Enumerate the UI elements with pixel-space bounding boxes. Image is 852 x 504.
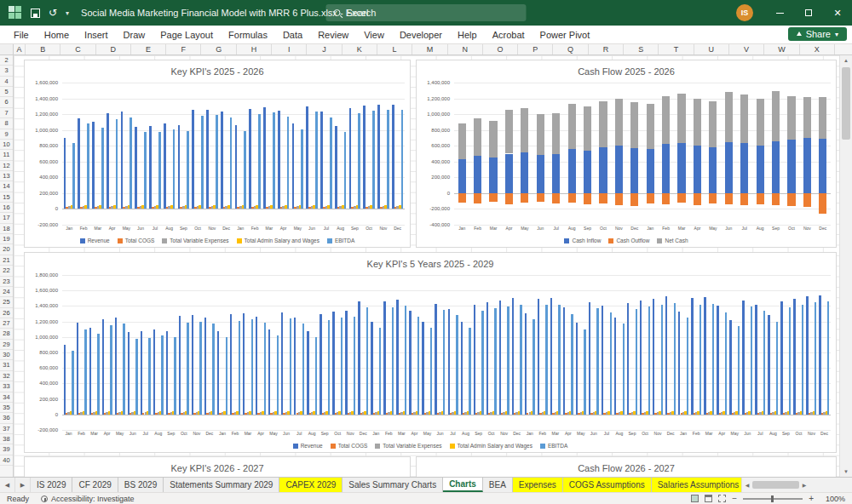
column-header-Q[interactable]: Q [553, 44, 588, 54]
chart-cash-flow-2025-2026[interactable]: Cash Flow 2025 - 20261,400,0001,200,0001… [416, 60, 837, 248]
ribbon-tab-help[interactable]: Help [451, 27, 484, 43]
row-header-32[interactable]: 32 [0, 371, 13, 381]
row-header-25[interactable]: 25 [0, 297, 13, 307]
row-header-9[interactable]: 9 [0, 129, 13, 140]
column-header-H[interactable]: H [237, 44, 272, 54]
normal-view-icon[interactable] [691, 495, 699, 502]
row-header-19[interactable]: 19 [0, 234, 13, 244]
row-header-11[interactable]: 11 [0, 150, 13, 160]
column-header-K[interactable]: K [343, 44, 377, 54]
ribbon-tab-acrobat[interactable]: Acrobat [486, 27, 532, 43]
sheet-tab-cogs-assumptions[interactable]: COGS Assumptions [563, 478, 652, 492]
column-header-C[interactable]: C [60, 44, 95, 54]
sheet-tab-salaries-assumptions[interactable]: Salaries Assumptions [652, 478, 746, 492]
column-header-X[interactable]: X [800, 44, 835, 54]
accessibility-status[interactable]: Accessibility: Investigate [41, 495, 135, 503]
scroll-up-icon[interactable]: ▲ [840, 55, 852, 66]
column-header-N[interactable]: N [448, 44, 483, 54]
row-header-6[interactable]: 6 [0, 97, 13, 107]
ribbon-tab-review[interactable]: Review [311, 27, 355, 43]
row-header-4[interactable]: 4 [0, 77, 13, 87]
row-header-18[interactable]: 18 [0, 224, 13, 234]
row-header-37[interactable]: 37 [0, 424, 13, 434]
page-layout-view-icon[interactable] [705, 495, 712, 502]
undo-icon[interactable]: ↺ [49, 8, 57, 18]
column-header-W[interactable]: W [764, 44, 799, 54]
close-button[interactable]: ✕ [823, 0, 852, 26]
search-box[interactable]: Search [326, 4, 527, 21]
row-header-31[interactable]: 31 [0, 360, 13, 370]
ribbon-tab-home[interactable]: Home [37, 27, 76, 43]
column-header-I[interactable]: I [272, 44, 307, 54]
scroll-right-icon[interactable]: ▶ [799, 482, 809, 488]
ribbon-tab-formulas[interactable]: Formulas [222, 27, 274, 43]
sheet-tab-capex-2029[interactable]: CAPEX 2029 [279, 478, 343, 492]
horizontal-scrollbar[interactable]: ◀ ▶ [741, 478, 852, 492]
column-header-O[interactable]: O [483, 44, 518, 54]
ribbon-tab-power-pivot[interactable]: Power Pivot [533, 27, 597, 43]
ribbon-tab-draw[interactable]: Draw [117, 27, 153, 43]
row-header-35[interactable]: 35 [0, 403, 13, 413]
scroll-down-icon[interactable]: ▼ [840, 467, 852, 477]
row-header-27[interactable]: 27 [0, 318, 13, 329]
vertical-scrollbar-thumb[interactable] [842, 67, 850, 140]
zoom-slider-thumb[interactable] [771, 495, 774, 502]
row-header-5[interactable]: 5 [0, 87, 13, 97]
qat-customize-caret-icon[interactable]: ▾ [66, 9, 69, 17]
row-header-30[interactable]: 30 [0, 350, 13, 360]
zoom-out-button[interactable]: − [732, 494, 737, 503]
row-header-26[interactable]: 26 [0, 308, 13, 318]
chart-key-kpi-5-years[interactable]: Key KPI's 5 Years 2025 - 20291,800,0001,… [24, 252, 837, 453]
row-header-10[interactable]: 10 [0, 140, 13, 150]
sheet-nav-right-icon[interactable]: ▶ [15, 478, 31, 492]
vertical-scrollbar[interactable]: ▲ ▼ [839, 55, 852, 477]
sheet-tab-charts[interactable]: Charts [443, 478, 483, 492]
ribbon-tab-file[interactable]: File [7, 27, 36, 43]
column-header-B[interactable]: B [26, 44, 60, 54]
select-all-corner[interactable] [0, 44, 14, 54]
row-header-22[interactable]: 22 [0, 266, 13, 276]
column-header-V[interactable]: V [729, 44, 764, 54]
row-header-33[interactable]: 33 [0, 381, 13, 392]
sheet-tab-statements-summary-2029[interactable]: Statements Summary 2029 [164, 478, 279, 492]
column-header-U[interactable]: U [694, 44, 729, 54]
column-header-D[interactable]: D [96, 44, 131, 54]
column-header-P[interactable]: P [518, 44, 553, 54]
row-header-14[interactable]: 14 [0, 181, 13, 192]
row-header-2[interactable]: 2 [0, 55, 13, 66]
horizontal-scrollbar-thumb[interactable] [752, 481, 799, 489]
row-header-8[interactable]: 8 [0, 118, 13, 129]
sheet-tab-bs-2029[interactable]: BS 2029 [118, 478, 164, 492]
row-header-28[interactable]: 28 [0, 329, 13, 339]
sheet-tab-sales-summary-charts[interactable]: Sales Summary Charts [343, 478, 443, 492]
row-header-36[interactable]: 36 [0, 413, 13, 423]
save-icon[interactable] [31, 9, 40, 18]
row-header-15[interactable]: 15 [0, 192, 13, 203]
row-header-7[interactable]: 7 [0, 108, 13, 118]
column-header-R[interactable]: R [589, 44, 624, 54]
row-header-34[interactable]: 34 [0, 392, 13, 403]
sheet-tab-cf-2029[interactable]: CF 2029 [72, 478, 118, 492]
ribbon-tab-data[interactable]: Data [276, 27, 309, 43]
row-header-13[interactable]: 13 [0, 171, 13, 181]
column-header-A[interactable]: A [14, 44, 26, 54]
row-header-39[interactable]: 39 [0, 444, 13, 455]
row-header-16[interactable]: 16 [0, 203, 13, 213]
column-header-J[interactable]: J [307, 44, 342, 54]
zoom-slider[interactable] [743, 498, 803, 500]
row-header-24[interactable]: 24 [0, 287, 13, 297]
row-header-23[interactable]: 23 [0, 277, 13, 287]
chart-cash-flow-2026-2027[interactable]: Cash Flow 2026 - 2027 [416, 456, 837, 477]
chart-key-kpi-2026-2027[interactable]: Key KPI's 2026 - 2027 [24, 456, 411, 477]
page-break-view-icon[interactable] [718, 495, 726, 502]
share-button[interactable]: Share ▾ [788, 27, 847, 41]
row-header-12[interactable]: 12 [0, 161, 13, 171]
column-header-F[interactable]: F [166, 44, 201, 54]
column-header-L[interactable]: L [377, 44, 412, 54]
row-header-21[interactable]: 21 [0, 255, 13, 266]
column-header-E[interactable]: E [131, 44, 166, 54]
ribbon-tab-view[interactable]: View [357, 27, 391, 43]
column-header-T[interactable]: T [659, 44, 694, 54]
row-header-20[interactable]: 20 [0, 244, 13, 255]
minimize-button[interactable] [765, 0, 794, 26]
